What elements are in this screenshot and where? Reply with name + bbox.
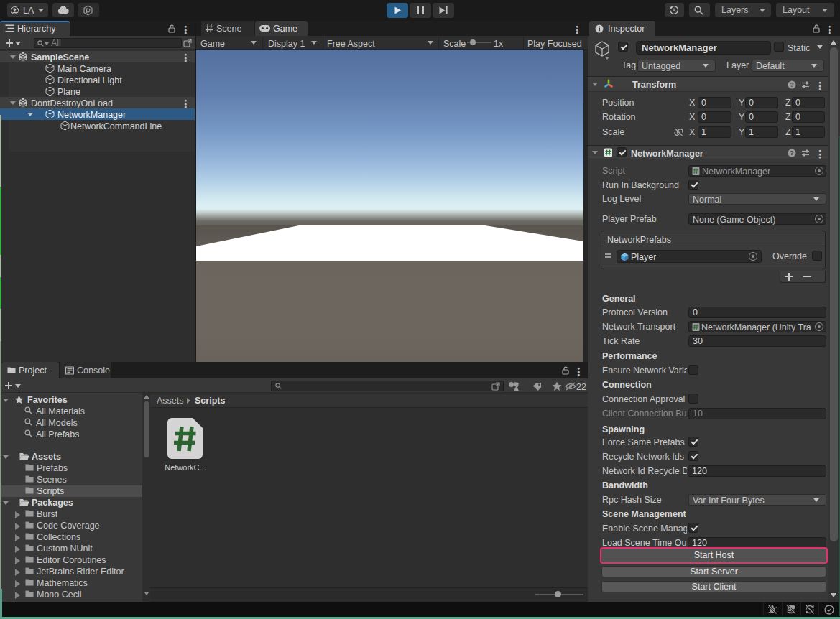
svg-text:?: ? [790,149,794,157]
svg-text:?: ? [790,81,794,88]
